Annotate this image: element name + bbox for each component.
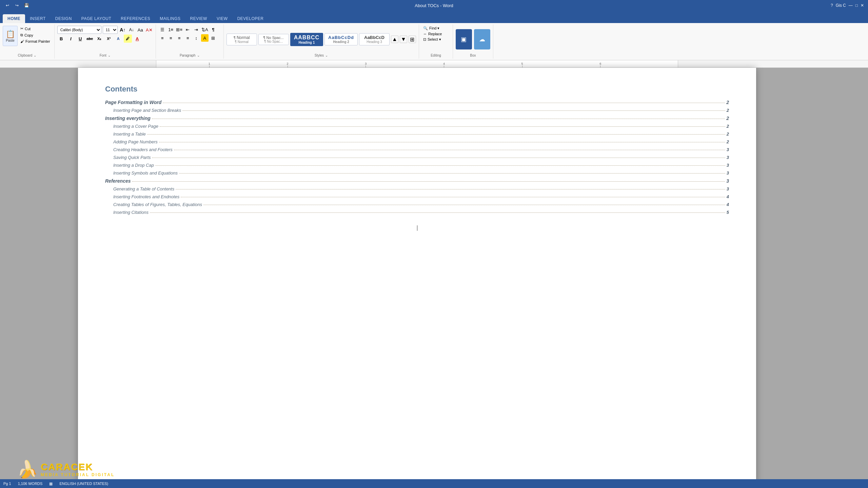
bold-button[interactable]: B <box>57 35 65 43</box>
italic-button[interactable]: I <box>67 35 75 43</box>
no-space-style-label: ¶ No Spac... <box>262 40 285 43</box>
undo-button[interactable]: ↩ <box>4 2 11 9</box>
toc-page-5: 2 <box>727 139 729 144</box>
minimize-button[interactable]: — <box>849 3 853 8</box>
tab-references[interactable]: REFERENCES <box>116 14 155 23</box>
cut-button[interactable]: ✂ Cut <box>19 26 52 32</box>
tab-home[interactable]: HOME <box>3 14 25 23</box>
media-subtitle: MEDIA TUTORIAL DIGITAL <box>41 472 115 477</box>
select-button[interactable]: ⊡ Select ▾ <box>422 37 450 42</box>
title-bar-left: ↩ ↪ 💾 <box>4 2 30 9</box>
tab-design[interactable]: DESIGN <box>51 14 77 23</box>
close-button[interactable]: ✕ <box>861 3 864 8</box>
style-heading1-button[interactable]: AABBCC Heading 1 <box>290 33 323 46</box>
line-spacing-button[interactable]: ↕ <box>193 34 200 42</box>
no-space-style-icon: ¶ No Spac... <box>262 36 285 40</box>
redo-button[interactable]: ↪ <box>14 2 20 9</box>
toc-dots-9 <box>179 173 725 174</box>
toc-text-7: Saving Quick Parts <box>113 155 151 160</box>
styles-more[interactable]: ⊞ <box>409 36 416 43</box>
title-bar-right: ? Gis C — □ ✕ <box>831 3 864 8</box>
copy-button[interactable]: ⧉ Copy <box>19 32 52 38</box>
para-row1: ☰ 1≡ ⊞≡ ⇤ ⇥ ⇅A ¶ <box>159 26 221 33</box>
highlight-button[interactable]: 🖊 <box>124 35 132 43</box>
styles-scroll-down[interactable]: ▼ <box>400 36 407 43</box>
sort-button[interactable]: ⇅A <box>201 26 209 33</box>
select-icon: ⊡ <box>423 37 426 42</box>
toc-text-11: Generating a Table of Contents <box>113 186 174 191</box>
toc-dots-11 <box>176 189 725 189</box>
tab-view[interactable]: VIEW <box>212 14 233 23</box>
box-button1[interactable]: ▣ <box>456 29 472 49</box>
grow-font-button[interactable]: A↑ <box>119 26 126 34</box>
watermark: 🍌 CARACEK MEDIA TUTORIAL DIGITAL <box>17 461 115 478</box>
format-painter-label: Format Painter <box>25 39 50 43</box>
superscript-button[interactable]: X² <box>105 35 113 43</box>
font-family-select[interactable]: Calibri (Body) <box>57 26 101 34</box>
font-group: Calibri (Body) 11 12 A↑ A↓ Aa A✕ B I U a… <box>55 24 156 59</box>
title-bar: ↩ ↪ 💾 About TOCs - Word ? Gis C — □ ✕ <box>0 0 868 11</box>
align-right-button[interactable]: ≡ <box>176 34 183 42</box>
styles-scroll-up[interactable]: ▲ <box>391 36 398 43</box>
toc-dots-8 <box>155 165 725 166</box>
toc-page-1: 2 <box>727 108 729 113</box>
banana-icon: 🍌 <box>17 461 38 478</box>
justify-button[interactable]: ≡ <box>184 34 192 42</box>
clear-formatting-button[interactable]: A✕ <box>145 26 153 34</box>
tab-developer[interactable]: DEVELOPER <box>233 14 269 23</box>
toc-page-8: 3 <box>727 163 729 168</box>
toc-text-8: Inserting a Drop Cap <box>113 163 154 168</box>
style-heading3-button[interactable]: AaBbCcD Heading 3 <box>359 33 390 45</box>
find-button[interactable]: 🔍 Find ▾ <box>422 26 450 31</box>
shrink-font-button[interactable]: A↓ <box>128 26 135 34</box>
borders-button[interactable]: ⊞ <box>210 34 217 42</box>
help-button[interactable]: ? <box>831 3 833 8</box>
font-size-select[interactable]: 11 12 <box>103 26 118 34</box>
heading3-style-label: Heading 3 <box>363 40 386 44</box>
right-margin <box>756 68 868 485</box>
style-no-space-button[interactable]: ¶ No Spac... ¶ No Spac... <box>258 34 289 45</box>
tab-insert[interactable]: INSERT <box>25 14 51 23</box>
document-area[interactable]: Contents Page Formatting in Word2Inserti… <box>78 68 756 485</box>
tab-mailings[interactable]: MAILINGS <box>155 14 185 23</box>
save-button[interactable]: 💾 <box>23 2 30 9</box>
subscript-button[interactable]: X₂ <box>95 35 103 43</box>
toc-page-4: 2 <box>727 131 729 137</box>
decrease-indent-button[interactable]: ⇤ <box>184 26 192 33</box>
box-button2[interactable]: ☁ <box>474 29 490 49</box>
toc-text-3: Inserting a Cover Page <box>113 124 158 129</box>
maximize-button[interactable]: □ <box>855 3 858 8</box>
align-center-button[interactable]: ≡ <box>167 34 175 42</box>
paragraph-group: ☰ 1≡ ⊞≡ ⇤ ⇥ ⇅A ¶ ≡ ≡ ≡ ≡ ↕ A ⊞ Paragraph… <box>156 24 224 59</box>
change-case-button[interactable]: Aa <box>137 26 144 34</box>
increase-indent-button[interactable]: ⇥ <box>193 26 200 33</box>
replace-button[interactable]: ↔ Replace <box>422 32 450 36</box>
format-painter-button[interactable]: 🖌 Format Painter <box>19 39 52 44</box>
align-left-button[interactable]: ≡ <box>159 34 166 42</box>
multilevel-list-button[interactable]: ⊞≡ <box>176 26 183 33</box>
select-label: Select ▾ <box>428 37 441 42</box>
toc-dots-13 <box>203 205 725 205</box>
copy-icon: ⧉ <box>20 33 23 37</box>
show-formatting-button[interactable]: ¶ <box>210 26 217 33</box>
paste-button[interactable]: 📋 Paste <box>3 26 18 46</box>
tab-page-layout[interactable]: PAGE LAYOUT <box>77 14 116 23</box>
font-color-button[interactable]: A <box>133 35 141 43</box>
replace-label: Replace <box>428 32 442 36</box>
toc-entry-5: Adding Page Numbers2 <box>105 139 729 144</box>
text-effects-button[interactable]: A <box>114 35 122 43</box>
strikethrough-button[interactable]: abc <box>86 35 94 43</box>
numbering-button[interactable]: 1≡ <box>167 26 175 33</box>
bullets-button[interactable]: ☰ <box>159 26 166 33</box>
normal-style-icon: ¶ Normal <box>230 35 253 40</box>
style-normal-button[interactable]: ¶ Normal ¶ Normal <box>226 34 257 45</box>
toc-text-14: Inserting Citations <box>113 210 149 215</box>
toc-dots-5 <box>159 142 725 142</box>
toc-dots-10 <box>132 181 725 182</box>
tab-review[interactable]: REVIEW <box>185 14 212 23</box>
shading-button[interactable]: A <box>201 34 209 42</box>
style-heading2-button[interactable]: AaBbCcDd Heading 2 <box>324 33 358 45</box>
heading2-style-label: Heading 2 <box>328 40 354 44</box>
language-indicator: ENGLISH (UNITED STATES) <box>59 482 108 486</box>
underline-button[interactable]: U <box>76 35 84 43</box>
